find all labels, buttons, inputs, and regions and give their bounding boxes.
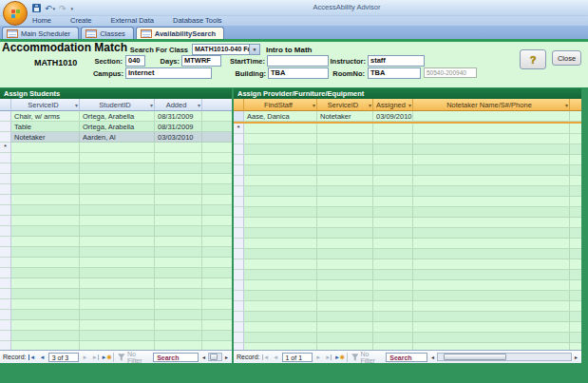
grid-cell[interactable] — [413, 155, 570, 165]
table-row[interactable] — [234, 312, 581, 322]
column-header[interactable]: ServiceID▾ — [317, 99, 373, 111]
grid-cell[interactable] — [373, 322, 413, 333]
table-row[interactable]: * — [0, 143, 232, 153]
table-row[interactable] — [234, 186, 581, 197]
select-all-corner[interactable] — [0, 99, 11, 111]
row-selector[interactable] — [234, 134, 244, 144]
scroll-right-icon[interactable]: ► — [223, 354, 230, 360]
grid-cell[interactable] — [244, 312, 317, 322]
row-selector[interactable] — [234, 239, 244, 249]
grid-cell[interactable] — [413, 280, 570, 291]
grid-cell[interactable] — [80, 143, 155, 153]
grid-cell[interactable] — [244, 301, 317, 312]
grid-cell[interactable] — [155, 299, 202, 310]
previous-record-icon[interactable]: ◄ — [272, 353, 280, 362]
help-button[interactable]: ? — [520, 49, 546, 69]
grid-cell[interactable]: Chair, w/ arms — [11, 111, 80, 122]
row-selector[interactable] — [234, 291, 244, 301]
grid-cell[interactable] — [244, 259, 317, 270]
grid-cell[interactable] — [413, 197, 570, 207]
table-row[interactable] — [234, 228, 581, 239]
row-selector[interactable] — [234, 333, 244, 343]
row-selector[interactable] — [0, 174, 11, 184]
select-all-corner[interactable] — [234, 99, 244, 111]
row-selector[interactable] — [234, 301, 244, 312]
row-selector[interactable] — [0, 122, 11, 132]
table-row[interactable] — [0, 163, 232, 174]
table-row[interactable] — [0, 331, 232, 341]
grid-cell[interactable] — [317, 291, 373, 301]
grid-cell[interactable] — [11, 226, 80, 237]
filter-status[interactable]: No Filter — [351, 351, 384, 364]
days-field[interactable]: MTWRF — [181, 55, 221, 67]
column-header[interactable]: FindStaff▾ — [244, 99, 317, 111]
grid-cell[interactable]: Notetaker — [317, 111, 373, 122]
scrollbar-track[interactable] — [437, 353, 572, 361]
grid-cell[interactable] — [155, 195, 202, 205]
grid-cell[interactable] — [413, 218, 570, 228]
grid-cell[interactable]: 08/31/2009 — [155, 111, 202, 122]
campus-field[interactable]: Internet — [125, 67, 212, 79]
scrollbar-track[interactable] — [208, 353, 222, 361]
grid-cell[interactable] — [244, 228, 317, 239]
table-row[interactable] — [0, 237, 232, 247]
row-selector[interactable] — [0, 226, 11, 237]
grid-cell[interactable] — [80, 226, 155, 237]
table-row[interactable] — [0, 299, 232, 310]
row-selector[interactable] — [234, 259, 244, 270]
grid-cell[interactable] — [373, 343, 413, 350]
grid-cell[interactable] — [317, 270, 373, 280]
row-selector[interactable] — [0, 310, 11, 320]
column-header[interactable]: ServiceID▾ — [11, 99, 80, 111]
grid-cell[interactable] — [317, 144, 373, 155]
instructor-field[interactable]: staff — [368, 55, 425, 67]
first-record-icon[interactable]: ◄ — [262, 353, 271, 362]
table-row[interactable] — [0, 184, 232, 195]
grid-cell[interactable] — [317, 186, 373, 197]
column-header[interactable]: Added▾ — [155, 99, 202, 111]
row-selector[interactable] — [0, 216, 11, 226]
grid-cell[interactable] — [244, 207, 317, 218]
sort-filter-dropdown-icon[interactable]: ▾ — [198, 102, 200, 108]
row-selector[interactable] — [234, 144, 244, 155]
office-button[interactable] — [3, 1, 28, 26]
grid-cell[interactable]: Table — [11, 122, 80, 132]
grid-cell[interactable] — [373, 239, 413, 249]
grid-cell[interactable] — [244, 239, 317, 249]
grid-cell[interactable] — [317, 312, 373, 322]
record-position[interactable]: 3 of 3 — [48, 353, 80, 362]
grid-cell[interactable] — [413, 239, 570, 249]
grid-cell[interactable] — [11, 310, 80, 320]
table-row[interactable] — [0, 195, 232, 205]
table-row[interactable] — [234, 322, 581, 333]
sort-filter-dropdown-icon[interactable]: ▾ — [408, 102, 411, 108]
table-row[interactable] — [234, 259, 581, 270]
grid-cell[interactable] — [155, 341, 202, 350]
grid-cell[interactable] — [413, 207, 570, 218]
row-selector[interactable] — [0, 153, 11, 163]
table-row[interactable] — [0, 258, 232, 268]
save-icon[interactable] — [32, 4, 41, 12]
table-row[interactable]: Aase, DanicaNotetaker03/09/2010 — [234, 111, 581, 124]
redo-icon[interactable]: ↷ — [59, 4, 66, 13]
sort-filter-dropdown-icon[interactable]: ▾ — [75, 102, 78, 108]
row-selector[interactable] — [0, 163, 11, 174]
grid-cell[interactable] — [413, 186, 570, 197]
grid-cell[interactable]: Aase, Danica — [244, 111, 317, 122]
grid-cell[interactable] — [317, 239, 373, 249]
grid-cell[interactable] — [413, 111, 570, 122]
row-selector[interactable] — [0, 205, 11, 216]
grid-cell[interactable]: 03/09/2010 — [373, 111, 413, 122]
table-row[interactable] — [234, 239, 581, 249]
grid-cell[interactable] — [244, 124, 317, 134]
grid-cell[interactable] — [155, 310, 202, 320]
row-selector[interactable]: * — [234, 124, 244, 134]
table-row[interactable] — [234, 333, 581, 343]
grid-cell[interactable] — [155, 143, 202, 153]
grid-cell[interactable] — [11, 341, 80, 350]
table-row[interactable] — [234, 207, 581, 218]
grid-cell[interactable] — [373, 124, 413, 134]
grid-cell[interactable] — [11, 163, 80, 174]
grid-cell[interactable] — [80, 247, 155, 258]
grid-cell[interactable] — [373, 270, 413, 280]
